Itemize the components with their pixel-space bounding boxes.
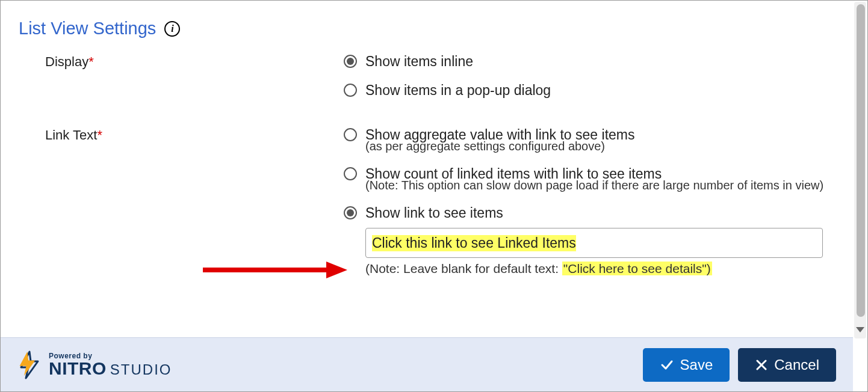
logo: Powered by NITRO STUDIO xyxy=(17,351,172,379)
info-icon[interactable]: i xyxy=(164,21,180,37)
radio-showlink[interactable] xyxy=(344,206,357,219)
settings-panel: List View Settings i Display* Show items… xyxy=(1,1,867,337)
save-button[interactable]: Save xyxy=(643,348,730,382)
radio-count-sub: (Note: This option can slow down page lo… xyxy=(365,179,849,192)
display-row: Display* Show items inline Show items in… xyxy=(19,53,849,121)
vertical-scrollbar-track[interactable] xyxy=(854,2,866,338)
logo-studio: STUDIO xyxy=(110,363,172,377)
footer: Powered by NITRO STUDIO Save Cancel xyxy=(1,337,853,391)
radio-show-popup-label: Show items in a pop-up dialog xyxy=(365,82,551,100)
section-title: List View Settings xyxy=(19,19,156,38)
logo-nitro: NITRO xyxy=(49,360,107,378)
linktext-options: Show aggregate value with link to see it… xyxy=(344,126,849,277)
logo-bolt-icon xyxy=(17,351,43,379)
svg-marker-2 xyxy=(856,327,864,332)
link-text-input[interactable]: Click this link to see Linked Items xyxy=(365,228,823,258)
radio-show-inline-label: Show items inline xyxy=(365,53,473,71)
link-text-note-highlight: "Click here to see details") xyxy=(562,262,712,275)
link-text-note: (Note: Leave blank for default text: "Cl… xyxy=(365,262,849,276)
radio-show-inline[interactable] xyxy=(344,55,357,68)
display-label: Display* xyxy=(19,53,344,70)
radio-aggregate[interactable] xyxy=(344,128,357,141)
vertical-scrollbar-thumb[interactable] xyxy=(857,4,865,317)
link-text-value: Click this link to see Linked Items xyxy=(372,235,576,251)
display-options: Show items inline Show items in a pop-up… xyxy=(344,53,849,121)
link-text-input-wrap: Click this link to see Linked Items (Not… xyxy=(365,228,849,276)
required-asterisk: * xyxy=(88,54,94,69)
linktext-row: Link Text* Show aggregate value with lin… xyxy=(19,126,849,277)
radio-show-popup[interactable] xyxy=(344,84,357,97)
close-icon xyxy=(755,358,768,372)
radio-count[interactable] xyxy=(344,167,357,180)
radio-showlink-label: Show link to see items xyxy=(365,204,503,222)
footer-buttons: Save Cancel xyxy=(643,348,836,382)
scroll-down-icon[interactable] xyxy=(855,325,866,334)
logo-text: Powered by NITRO STUDIO xyxy=(49,352,172,378)
required-asterisk: * xyxy=(97,127,102,142)
check-icon xyxy=(660,358,674,372)
linktext-label: Link Text* xyxy=(19,126,344,143)
cancel-button[interactable]: Cancel xyxy=(738,348,836,382)
section-header: List View Settings i xyxy=(19,19,849,38)
